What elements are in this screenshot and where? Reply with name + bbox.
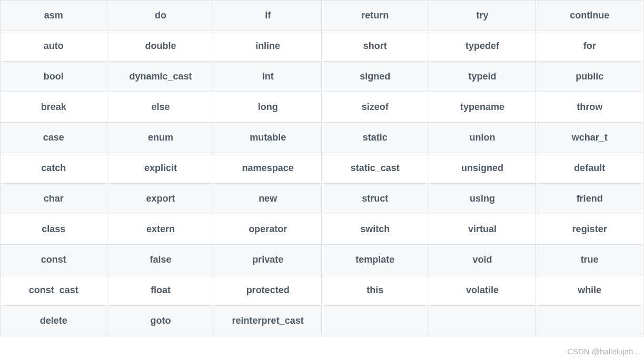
table-cell: catch [0, 153, 107, 184]
table-cell: friend [536, 184, 643, 214]
table-cell: throw [536, 92, 643, 123]
table-cell: export [107, 184, 215, 214]
table-row: break else long sizeof typename throw [0, 92, 643, 123]
table-row: class extern operator switch virtual reg… [0, 214, 643, 245]
table-cell: break [0, 92, 107, 123]
table-row: delete goto reinterpret_cast [0, 306, 643, 336]
keywords-table-container: asm do if return try continue auto doubl… [0, 0, 644, 336]
table-cell: typename [429, 92, 537, 123]
table-cell: while [536, 275, 643, 306]
table-row: const_cast float protected this volatile… [0, 275, 643, 306]
table-cell: else [107, 92, 215, 123]
table-header-cell: continue [536, 0, 643, 31]
table-cell: volatile [429, 275, 537, 306]
table-cell: class [0, 214, 107, 245]
table-cell: delete [0, 306, 107, 336]
table-cell: const_cast [0, 275, 107, 306]
table-cell: float [107, 275, 215, 306]
table-cell: sizeof [322, 92, 429, 123]
table-row: bool dynamic_cast int signed typeid publ… [0, 62, 643, 92]
table-cell [429, 306, 537, 336]
table-cell [536, 306, 643, 336]
table-cell: mutable [214, 123, 322, 153]
table-cell: reinterpret_cast [214, 306, 322, 336]
table-cell: signed [322, 62, 429, 92]
table-cell: unsigned [429, 153, 537, 184]
table-cell: new [214, 184, 322, 214]
table-cell: int [214, 62, 322, 92]
table-cell: default [536, 153, 643, 184]
table-cell: auto [0, 31, 107, 62]
table-cell: namespace [214, 153, 322, 184]
table-header-row: asm do if return try continue [0, 0, 643, 31]
table-row: catch explicit namespace static_cast uns… [0, 153, 643, 184]
table-cell: static_cast [322, 153, 429, 184]
table-cell: struct [322, 184, 429, 214]
table-row: auto double inline short typedef for [0, 31, 643, 62]
table-cell: explicit [107, 153, 215, 184]
table-header-cell: asm [0, 0, 107, 31]
table-row: const false private template void true [0, 245, 643, 275]
table-cell: short [322, 31, 429, 62]
table-cell: switch [322, 214, 429, 245]
table-cell: template [322, 245, 429, 275]
table-cell: virtual [429, 214, 537, 245]
table-row: char export new struct using friend [0, 184, 643, 214]
table-cell: typedef [429, 31, 537, 62]
table-cell: long [214, 92, 322, 123]
table-cell: void [429, 245, 537, 275]
table-row: case enum mutable static union wchar_t [0, 123, 643, 153]
table-cell: for [536, 31, 643, 62]
table-cell: bool [0, 62, 107, 92]
table-cell: private [214, 245, 322, 275]
table-cell: char [0, 184, 107, 214]
table-cell: this [322, 275, 429, 306]
table-cell: enum [107, 123, 215, 153]
table-cell: case [0, 123, 107, 153]
table-cell: typeid [429, 62, 537, 92]
table-cell: goto [107, 306, 215, 336]
table-cell: double [107, 31, 215, 62]
table-header-cell: if [214, 0, 322, 31]
table-cell: const [0, 245, 107, 275]
keywords-table: asm do if return try continue auto doubl… [0, 0, 643, 336]
table-cell: protected [214, 275, 322, 306]
table-cell: false [107, 245, 215, 275]
table-cell: operator [214, 214, 322, 245]
table-cell: register [536, 214, 643, 245]
table-cell: wchar_t [536, 123, 643, 153]
table-header-cell: do [107, 0, 215, 31]
table-header-cell: return [322, 0, 429, 31]
table-cell: union [429, 123, 537, 153]
table-cell: static [322, 123, 429, 153]
table-cell: public [536, 62, 643, 92]
table-cell: inline [214, 31, 322, 62]
table-cell [322, 306, 429, 336]
table-cell: true [536, 245, 643, 275]
table-cell: dynamic_cast [107, 62, 215, 92]
table-header-cell: try [429, 0, 537, 31]
watermark-text: CSDN @hallelujah... [567, 347, 640, 356]
table-cell: extern [107, 214, 215, 245]
table-cell: using [429, 184, 537, 214]
